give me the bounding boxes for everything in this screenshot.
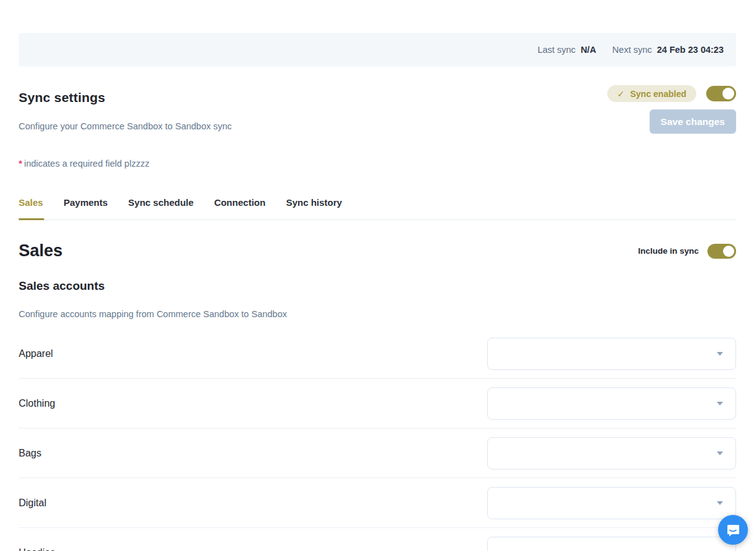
sync-enabled-controls: ✓ Sync enabled [607, 85, 736, 102]
next-sync-label: Next sync [612, 45, 652, 55]
include-in-sync-toggle[interactable] [707, 244, 736, 259]
chevron-down-icon [717, 402, 723, 405]
account-select[interactable] [487, 537, 736, 551]
chevron-down-icon [717, 451, 723, 455]
last-sync-value: N/A [581, 45, 596, 55]
toggle-knob [722, 88, 734, 100]
page-header: Sync settings Configure your Commerce Sa… [19, 90, 736, 134]
required-asterisk: * [19, 159, 22, 169]
sync-enabled-toggle[interactable] [706, 86, 736, 101]
page-title: Sync settings [19, 90, 232, 105]
settings-tabs: SalesPaymentsSync scheduleConnectionSync… [19, 197, 736, 220]
account-select[interactable] [487, 437, 736, 470]
sync-enabled-badge: ✓ Sync enabled [607, 85, 696, 102]
chat-launcher-button[interactable] [718, 515, 748, 545]
account-mapping-row: Hoodies [19, 528, 736, 551]
chevron-down-icon [717, 352, 723, 356]
account-mapping-list: Apparel Clothing Bags Digital Hoodies [19, 329, 736, 551]
account-mapping-row: Bags [19, 428, 736, 478]
include-in-sync-controls: Include in sync [638, 244, 736, 259]
page-header-left: Sync settings Configure your Commerce Sa… [19, 90, 232, 131]
check-icon: ✓ [617, 89, 625, 99]
next-sync-value: 24 Feb 23 04:23 [657, 45, 724, 55]
account-select[interactable] [487, 387, 736, 420]
tab-connection[interactable]: Connection [214, 197, 266, 220]
sales-accounts-title: Sales accounts [19, 279, 736, 293]
sales-section-title: Sales [19, 241, 63, 261]
save-changes-button[interactable]: Save changes [650, 109, 736, 134]
account-category-label: Apparel [19, 348, 53, 359]
sales-accounts-subtitle: Configure accounts mapping from Commerce… [19, 309, 736, 319]
next-sync-stat: Next sync 24 Feb 23 04:23 [612, 45, 724, 55]
sync-settings-page: Last sync N/A Next sync 24 Feb 23 04:23 … [0, 33, 756, 551]
page-subtitle: Configure your Commerce Sandbox to Sandb… [19, 121, 232, 131]
last-sync-stat: Last sync N/A [538, 45, 596, 55]
tab-sync-history[interactable]: Sync history [286, 197, 342, 220]
tab-sales[interactable]: Sales [19, 197, 43, 220]
account-select[interactable] [487, 338, 736, 370]
required-note-text: indicates a required field plzzzz [24, 159, 150, 169]
sync-enabled-badge-label: Sync enabled [630, 89, 686, 99]
account-category-label: Digital [19, 498, 46, 509]
page-header-right: ✓ Sync enabled Save changes [607, 85, 736, 134]
include-in-sync-label: Include in sync [638, 246, 699, 256]
chevron-down-icon [717, 501, 723, 505]
required-field-note: *indicates a required field plzzzz [19, 159, 736, 169]
tab-sync-schedule[interactable]: Sync schedule [128, 197, 194, 220]
sales-section-header: Sales Include in sync [19, 241, 736, 261]
sync-status-bar: Last sync N/A Next sync 24 Feb 23 04:23 [19, 33, 736, 67]
account-category-label: Bags [19, 448, 41, 459]
chat-bubble-icon [726, 522, 740, 537]
last-sync-label: Last sync [538, 45, 576, 55]
account-mapping-row: Digital [19, 478, 736, 528]
account-select[interactable] [487, 487, 736, 519]
tab-payments[interactable]: Payments [63, 197, 108, 220]
account-mapping-row: Clothing [19, 379, 736, 428]
account-category-label: Clothing [19, 398, 55, 409]
toggle-knob [723, 246, 734, 257]
account-mapping-row: Apparel [19, 329, 736, 379]
account-category-label: Hoodies [19, 547, 55, 551]
